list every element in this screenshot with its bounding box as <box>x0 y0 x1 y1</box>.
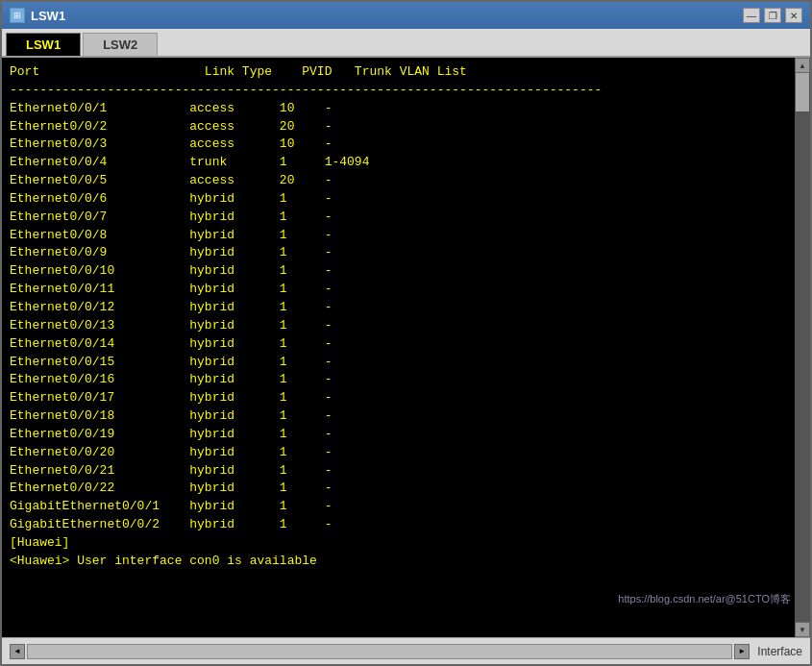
terminal-container: Port Link Type PVID Trunk VLAN List ----… <box>2 58 810 637</box>
h-scroll-track <box>27 644 732 659</box>
vertical-scrollbar: ▲ ▼ <box>795 58 810 637</box>
tab-lsw2[interactable]: LSW2 <box>83 33 158 56</box>
terminal-output[interactable]: Port Link Type PVID Trunk VLAN List ----… <box>2 58 795 637</box>
watermark: https://blog.csdn.net/ar@51CTO博客 <box>618 592 791 606</box>
minimize-button[interactable]: — <box>743 8 760 23</box>
restore-button[interactable]: ❒ <box>764 8 781 23</box>
main-window: ⊞ LSW1 — ❒ ✕ LSW1 LSW2 Port Link Type PV… <box>0 0 812 666</box>
tab-lsw1[interactable]: LSW1 <box>6 33 81 56</box>
scroll-track <box>795 73 810 622</box>
scroll-thumb[interactable] <box>796 73 809 111</box>
tab-bar: LSW1 LSW2 <box>2 29 810 58</box>
window-controls: — ❒ ✕ <box>743 8 802 23</box>
title-bar-left: ⊞ LSW1 <box>10 8 65 23</box>
interface-label: Interface <box>757 645 802 658</box>
close-button[interactable]: ✕ <box>785 8 802 23</box>
scroll-up-button[interactable]: ▲ <box>795 58 810 73</box>
window-title: LSW1 <box>31 9 65 23</box>
bottom-bar: ◄ ► Interface <box>2 637 810 664</box>
title-bar: ⊞ LSW1 — ❒ ✕ <box>2 2 810 29</box>
scroll-down-button[interactable]: ▼ <box>795 622 810 637</box>
scroll-left-button[interactable]: ◄ <box>10 644 25 659</box>
window-icon: ⊞ <box>10 8 25 23</box>
horizontal-scroll: ◄ ► <box>10 644 750 659</box>
scroll-right-button[interactable]: ► <box>734 644 750 659</box>
